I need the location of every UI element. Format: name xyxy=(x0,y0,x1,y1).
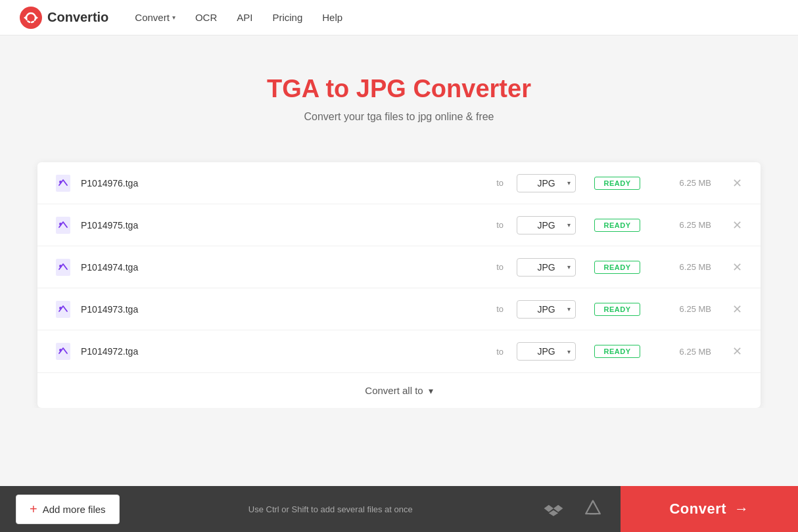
table-row: P1014972.tga to JPG PNG PDF ▾ READY 6.25… xyxy=(37,330,761,372)
table-row: P1014975.tga to JPG PNG PDF ▾ READY 6.25… xyxy=(37,204,761,246)
format-select-wrapper: JPG PNG PDF ▾ xyxy=(517,216,576,234)
file-type-icon xyxy=(53,257,73,277)
file-name: P1014976.tga xyxy=(81,178,483,188)
convert-all-label: Convert all to xyxy=(365,385,423,396)
file-type-icon xyxy=(53,342,73,361)
file-name: P1014974.tga xyxy=(81,262,483,273)
format-select[interactable]: JPG PNG PDF xyxy=(517,174,576,192)
format-select-wrapper: JPG PNG PDF ▾ xyxy=(517,342,576,361)
to-label: to xyxy=(496,220,504,230)
format-select[interactable]: JPG PNG PDF xyxy=(517,300,576,319)
nav-pricing-label: Pricing xyxy=(272,12,302,23)
svg-point-10 xyxy=(59,307,62,309)
svg-rect-5 xyxy=(56,217,70,234)
status-badge: READY xyxy=(594,261,640,274)
logo[interactable]: Convertio xyxy=(20,7,108,29)
svg-rect-9 xyxy=(56,301,70,318)
format-select[interactable]: JPG PNG PDF xyxy=(517,216,576,234)
convert-all-row[interactable]: Convert all to ▾ xyxy=(37,372,761,408)
svg-rect-11 xyxy=(56,343,70,360)
hero-subtitle: Convert your tga files to jpg online & f… xyxy=(13,111,785,123)
to-label: to xyxy=(496,178,504,188)
svg-point-8 xyxy=(59,265,62,267)
nav-help-label: Help xyxy=(322,12,342,23)
converter-panel: P1014976.tga to JPG PNG PDF ▾ READY 6.25… xyxy=(37,162,761,408)
format-select[interactable]: JPG PNG PDF xyxy=(517,342,576,361)
status-badge: READY xyxy=(594,177,640,190)
to-label: to xyxy=(496,304,504,314)
file-size: 6.25 MB xyxy=(659,262,711,272)
remove-file-button[interactable]: ✕ xyxy=(730,217,745,234)
status-badge: READY xyxy=(594,303,640,316)
table-row: P1014976.tga to JPG PNG PDF ▾ READY 6.25… xyxy=(37,162,761,204)
nav-item-ocr[interactable]: OCR xyxy=(195,12,217,23)
svg-point-4 xyxy=(59,181,62,183)
nav-convert-chevron: ▾ xyxy=(172,14,176,21)
to-label: to xyxy=(496,262,504,272)
nav-item-help[interactable]: Help xyxy=(322,12,342,23)
nav-item-pricing[interactable]: Pricing xyxy=(272,12,302,23)
svg-point-12 xyxy=(59,349,62,351)
svg-rect-3 xyxy=(56,175,70,192)
main-nav: Convert ▾ OCR API Pricing Help xyxy=(135,12,342,23)
logo-text: Convertio xyxy=(47,10,108,25)
file-size: 6.25 MB xyxy=(659,347,711,357)
file-type-icon xyxy=(53,299,73,319)
format-select-wrapper: JPG PNG PDF ▾ xyxy=(517,174,576,192)
file-name: P1014972.tga xyxy=(81,346,483,357)
format-select-wrapper: JPG PNG PDF ▾ xyxy=(517,300,576,319)
file-size: 6.25 MB xyxy=(659,178,711,188)
remove-file-button[interactable]: ✕ xyxy=(730,301,745,318)
logo-icon xyxy=(20,7,42,29)
format-select[interactable]: JPG PNG PDF xyxy=(517,258,576,277)
to-label: to xyxy=(496,347,504,357)
table-row: P1014973.tga to JPG PNG PDF ▾ READY 6.25… xyxy=(37,288,761,330)
file-size: 6.25 MB xyxy=(659,304,711,314)
hero-title: TGA to JPG Converter xyxy=(13,75,785,103)
nav-ocr-label: OCR xyxy=(195,12,217,23)
file-list: P1014976.tga to JPG PNG PDF ▾ READY 6.25… xyxy=(37,162,761,372)
svg-rect-7 xyxy=(56,259,70,276)
header: Convertio Convert ▾ OCR API Pricing Help xyxy=(0,0,798,35)
nav-item-api[interactable]: API xyxy=(237,12,252,23)
file-name: P1014975.tga xyxy=(81,220,483,231)
hero-section: TGA to JPG Converter Convert your tga fi… xyxy=(0,35,798,143)
svg-point-0 xyxy=(20,7,42,29)
status-badge: READY xyxy=(594,219,640,232)
nav-convert-label: Convert xyxy=(135,12,170,23)
table-row: P1014974.tga to JPG PNG PDF ▾ READY 6.25… xyxy=(37,246,761,288)
chevron-down-icon: ▾ xyxy=(429,386,433,396)
remove-file-button[interactable]: ✕ xyxy=(730,259,745,276)
file-type-icon xyxy=(53,215,73,235)
file-size: 6.25 MB xyxy=(659,220,711,230)
format-select-wrapper: JPG PNG PDF ▾ xyxy=(517,258,576,277)
nav-item-convert[interactable]: Convert ▾ xyxy=(135,12,176,23)
status-badge: READY xyxy=(594,345,640,358)
file-type-icon xyxy=(53,173,73,193)
svg-point-6 xyxy=(59,223,62,225)
remove-file-button[interactable]: ✕ xyxy=(730,343,745,360)
file-name: P1014973.tga xyxy=(81,304,483,315)
nav-api-label: API xyxy=(237,12,252,23)
remove-file-button[interactable]: ✕ xyxy=(730,175,745,192)
